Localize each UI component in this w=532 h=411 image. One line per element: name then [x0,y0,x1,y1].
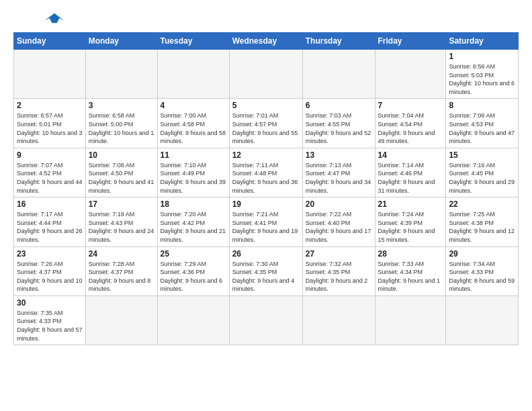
day-info: Sunrise: 7:29 AM Sunset: 4:36 PM Dayligh… [161,260,226,293]
calendar-day-cell [157,295,229,345]
calendar-day-cell: 1Sunrise: 6:56 AM Sunset: 5:03 PM Daylig… [446,50,519,99]
calendar-day-cell [85,295,157,345]
calendar-day-cell [229,50,302,99]
day-info: Sunrise: 7:35 AM Sunset: 4:33 PM Dayligh… [17,309,83,342]
day-info: Sunrise: 7:03 AM Sunset: 4:55 PM Dayligh… [306,111,372,145]
calendar-day-cell [85,50,157,99]
calendar-day-cell [375,295,446,345]
calendar-day-cell [14,50,86,99]
day-number: 6 [306,101,372,110]
day-number: 11 [161,150,226,160]
day-number: 7 [378,101,443,110]
day-number: 8 [449,101,515,110]
calendar-week-row: 23Sunrise: 7:26 AM Sunset: 4:37 PM Dayli… [14,246,519,295]
day-number: 16 [17,199,83,209]
calendar-day-cell [375,50,446,99]
day-number: 26 [232,249,300,259]
calendar-week-row: 16Sunrise: 7:17 AM Sunset: 4:44 PM Dayli… [14,197,519,246]
calendar-day-cell: 10Sunrise: 7:08 AM Sunset: 4:50 PM Dayli… [85,148,157,197]
calendar-header-row: SundayMondayTuesdayWednesdayThursdayFrid… [14,33,519,50]
day-number: 12 [232,150,300,160]
day-info: Sunrise: 7:10 AM Sunset: 4:49 PM Dayligh… [161,161,226,195]
calendar-week-row: 9Sunrise: 7:07 AM Sunset: 4:52 PM Daylig… [14,148,519,197]
calendar-day-cell [229,295,302,345]
day-number: 3 [89,101,154,110]
calendar-day-cell: 12Sunrise: 7:11 AM Sunset: 4:48 PM Dayli… [229,148,302,197]
day-number: 9 [17,150,83,160]
calendar-week-row: 30Sunrise: 7:35 AM Sunset: 4:33 PM Dayli… [14,295,519,345]
day-info: Sunrise: 7:32 AM Sunset: 4:35 PM Dayligh… [306,260,372,293]
calendar-day-cell: 21Sunrise: 7:24 AM Sunset: 4:39 PM Dayli… [375,197,446,246]
day-number: 5 [232,101,300,110]
day-info: Sunrise: 7:28 AM Sunset: 4:37 PM Dayligh… [89,260,154,293]
day-number: 30 [17,298,83,308]
logo-bird-icon [42,11,67,26]
weekday-header: Sunday [14,33,86,50]
day-info: Sunrise: 7:21 AM Sunset: 4:41 PM Dayligh… [232,210,300,244]
weekday-header: Saturday [446,33,519,50]
day-info: Sunrise: 6:58 AM Sunset: 5:00 PM Dayligh… [89,111,154,145]
day-number: 15 [449,150,515,160]
day-info: Sunrise: 6:57 AM Sunset: 5:01 PM Dayligh… [17,111,83,145]
day-number: 14 [378,150,443,160]
calendar-day-cell: 7Sunrise: 7:04 AM Sunset: 4:54 PM Daylig… [375,99,446,148]
calendar-day-cell: 9Sunrise: 7:07 AM Sunset: 4:52 PM Daylig… [14,148,86,197]
calendar-week-row: 2Sunrise: 6:57 AM Sunset: 5:01 PM Daylig… [14,99,519,148]
calendar-day-cell: 16Sunrise: 7:17 AM Sunset: 4:44 PM Dayli… [14,197,86,246]
calendar-day-cell: 11Sunrise: 7:10 AM Sunset: 4:49 PM Dayli… [157,148,229,197]
day-number: 27 [306,249,372,259]
logo [13,11,67,26]
day-number: 13 [306,150,372,160]
calendar-day-cell: 30Sunrise: 7:35 AM Sunset: 4:33 PM Dayli… [14,295,86,345]
day-number: 18 [161,199,226,209]
day-number: 29 [449,249,515,259]
day-number: 23 [17,249,83,259]
day-number: 4 [161,101,226,110]
day-info: Sunrise: 7:11 AM Sunset: 4:48 PM Dayligh… [232,161,300,195]
day-info: Sunrise: 7:07 AM Sunset: 4:52 PM Dayligh… [17,161,83,195]
weekday-header: Wednesday [229,33,302,50]
day-info: Sunrise: 7:24 AM Sunset: 4:39 PM Dayligh… [378,210,443,244]
calendar-day-cell: 19Sunrise: 7:21 AM Sunset: 4:41 PM Dayli… [229,197,302,246]
day-info: Sunrise: 7:00 AM Sunset: 4:58 PM Dayligh… [161,111,226,145]
day-number: 25 [161,249,226,259]
calendar: SundayMondayTuesdayWednesdayThursdayFrid… [13,32,519,345]
calendar-day-cell: 8Sunrise: 7:06 AM Sunset: 4:53 PM Daylig… [446,99,519,148]
day-number: 22 [449,199,515,209]
day-info: Sunrise: 7:18 AM Sunset: 4:43 PM Dayligh… [89,210,154,244]
calendar-day-cell: 22Sunrise: 7:25 AM Sunset: 4:38 PM Dayli… [446,197,519,246]
weekday-header: Friday [375,33,446,50]
calendar-day-cell: 17Sunrise: 7:18 AM Sunset: 4:43 PM Dayli… [85,197,157,246]
calendar-day-cell: 23Sunrise: 7:26 AM Sunset: 4:37 PM Dayli… [14,246,86,295]
weekday-header: Thursday [302,33,375,50]
calendar-day-cell: 3Sunrise: 6:58 AM Sunset: 5:00 PM Daylig… [85,99,157,148]
day-number: 28 [378,249,443,259]
day-info: Sunrise: 7:26 AM Sunset: 4:37 PM Dayligh… [17,260,83,293]
calendar-day-cell: 27Sunrise: 7:32 AM Sunset: 4:35 PM Dayli… [302,246,375,295]
calendar-day-cell: 6Sunrise: 7:03 AM Sunset: 4:55 PM Daylig… [302,99,375,148]
day-info: Sunrise: 7:06 AM Sunset: 4:53 PM Dayligh… [449,111,515,145]
calendar-day-cell: 2Sunrise: 6:57 AM Sunset: 5:01 PM Daylig… [14,99,86,148]
calendar-day-cell: 15Sunrise: 7:16 AM Sunset: 4:45 PM Dayli… [446,148,519,197]
day-number: 1 [449,52,515,61]
calendar-day-cell: 18Sunrise: 7:20 AM Sunset: 4:42 PM Dayli… [157,197,229,246]
calendar-day-cell: 4Sunrise: 7:00 AM Sunset: 4:58 PM Daylig… [157,99,229,148]
day-info: Sunrise: 7:01 AM Sunset: 4:57 PM Dayligh… [232,111,300,145]
day-number: 20 [306,199,372,209]
calendar-day-cell: 20Sunrise: 7:22 AM Sunset: 4:40 PM Dayli… [302,197,375,246]
day-info: Sunrise: 7:13 AM Sunset: 4:47 PM Dayligh… [306,161,372,195]
calendar-day-cell: 28Sunrise: 7:33 AM Sunset: 4:34 PM Dayli… [375,246,446,295]
calendar-day-cell [302,295,375,345]
day-info: Sunrise: 7:34 AM Sunset: 4:33 PM Dayligh… [449,260,515,293]
day-number: 21 [378,199,443,209]
calendar-day-cell: 25Sunrise: 7:29 AM Sunset: 4:36 PM Dayli… [157,246,229,295]
calendar-day-cell: 13Sunrise: 7:13 AM Sunset: 4:47 PM Dayli… [302,148,375,197]
day-number: 2 [17,101,83,110]
weekday-header: Monday [85,33,157,50]
calendar-day-cell: 26Sunrise: 7:30 AM Sunset: 4:35 PM Dayli… [229,246,302,295]
calendar-day-cell: 14Sunrise: 7:14 AM Sunset: 4:46 PM Dayli… [375,148,446,197]
day-info: Sunrise: 7:20 AM Sunset: 4:42 PM Dayligh… [161,210,226,244]
day-number: 17 [89,199,154,209]
day-number: 19 [232,199,300,209]
day-info: Sunrise: 7:30 AM Sunset: 4:35 PM Dayligh… [232,260,300,293]
